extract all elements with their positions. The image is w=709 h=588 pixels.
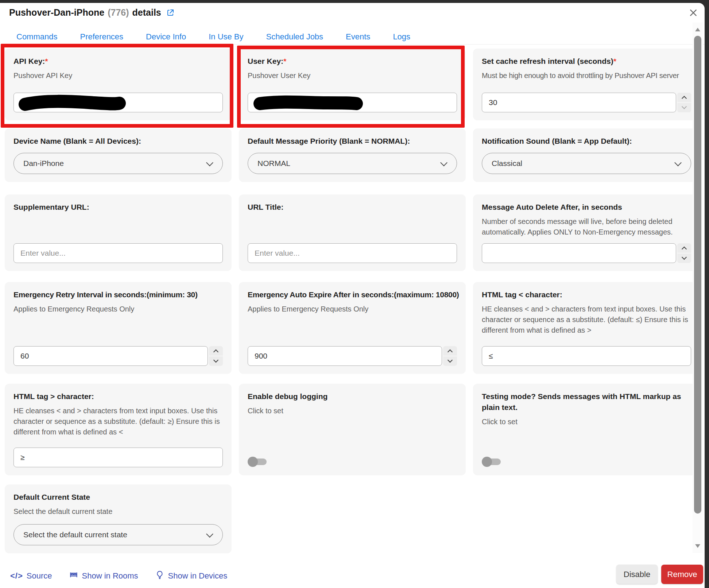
- lightbulb-icon: [155, 570, 164, 582]
- user-key-label: User Key:*: [248, 56, 457, 67]
- chevron-down-icon: [206, 530, 213, 538]
- emergency-expire-hint: Applies to Emergency Requests Only: [248, 304, 457, 314]
- html-gt-label: HTML tag > character:: [13, 391, 223, 402]
- notification-sound-select[interactable]: Classical: [482, 153, 691, 174]
- chevron-down-icon: [682, 255, 687, 260]
- close-icon[interactable]: [687, 7, 700, 19]
- chevron-down-icon: [206, 159, 213, 166]
- source-link-label: Source: [27, 571, 52, 581]
- url-title-input[interactable]: [248, 243, 457, 263]
- tab-preferences[interactable]: Preferences: [80, 32, 123, 42]
- page-title: Pushover-Dan-iPhone (776) details: [9, 7, 175, 18]
- card-default-state: Default Current State Select the default…: [5, 484, 232, 553]
- message-priority-select[interactable]: NORMAL: [248, 153, 457, 174]
- message-priority-value: NORMAL: [257, 159, 290, 168]
- scrollbar[interactable]: [693, 23, 703, 553]
- chevron-up-icon: [682, 247, 687, 252]
- chevron-up-icon: [448, 349, 453, 355]
- emergency-retry-hint: Applies to Emergency Requests Only: [13, 304, 223, 314]
- html-lt-input[interactable]: [482, 346, 691, 366]
- testing-mode-toggle[interactable]: [482, 456, 501, 467]
- html-gt-input[interactable]: [13, 448, 223, 467]
- auto-delete-hint: Number of seconds message will live, bef…: [482, 216, 691, 237]
- spinner-down-button[interactable]: [677, 103, 691, 112]
- emergency-expire-input[interactable]: [248, 346, 442, 366]
- card-cache-refresh: Set cache refresh interval (seconds)* Mu…: [473, 49, 700, 120]
- spinner-down-button[interactable]: [209, 356, 223, 366]
- cache-refresh-hint: Must be high enough to avoid throttling …: [482, 70, 691, 81]
- debug-logging-hint: Click to set: [248, 406, 457, 416]
- external-link-icon[interactable]: [166, 8, 175, 17]
- url-title-label: URL Title:: [248, 202, 457, 213]
- emergency-retry-label: Emergency Retry Interval in seconds:(min…: [13, 289, 223, 300]
- tab-logs[interactable]: Logs: [393, 32, 410, 42]
- tab-events[interactable]: Events: [346, 32, 370, 42]
- tab-in-use-by[interactable]: In Use By: [209, 32, 243, 42]
- number-spinner: [443, 346, 457, 366]
- spinner-down-button[interactable]: [443, 356, 457, 366]
- chevron-down-icon: [440, 159, 448, 166]
- disable-button[interactable]: Disable: [616, 565, 658, 584]
- required-asterisk: *: [45, 57, 48, 65]
- spinner-up-button[interactable]: [677, 93, 691, 102]
- message-priority-label: Default Message Priority (Blank = NORMAL…: [248, 136, 457, 147]
- cache-refresh-label: Set cache refresh interval (seconds)*: [482, 56, 691, 67]
- device-name-select[interactable]: Dan-iPhone: [13, 153, 223, 174]
- bed-icon: [69, 570, 78, 582]
- auto-delete-input[interactable]: [482, 243, 676, 263]
- tab-device-info[interactable]: Device Info: [146, 32, 186, 42]
- scrollbar-thumb[interactable]: [694, 36, 701, 514]
- page-background: Pushover-Dan-iPhone (776) details Comman…: [0, 0, 709, 588]
- number-spinner: [677, 243, 691, 263]
- number-spinner: [677, 93, 691, 112]
- testing-mode-label: Testing mode? Sends messages with HTML m…: [482, 391, 691, 413]
- supplementary-url-label: Supplementary URL:: [13, 202, 223, 213]
- emergency-retry-input[interactable]: [13, 346, 208, 366]
- testing-mode-hint: Click to set: [482, 417, 691, 427]
- card-message-priority: Default Message Priority (Blank = NORMAL…: [239, 128, 466, 182]
- remove-button[interactable]: Remove: [661, 565, 703, 584]
- chevron-down-icon: [213, 357, 218, 363]
- card-url-title: URL Title:: [239, 194, 466, 271]
- chevron-up-icon: [213, 349, 218, 355]
- emergency-expire-label: Emergency Auto Expire After in seconds:(…: [248, 289, 457, 300]
- card-auto-delete: Message Auto Delete After, in seconds Nu…: [473, 194, 700, 271]
- title-suffix-text: details: [132, 7, 161, 18]
- supplementary-url-input[interactable]: [13, 243, 223, 263]
- show-in-rooms-link[interactable]: Show in Rooms: [69, 570, 138, 582]
- spinner-up-button[interactable]: [443, 346, 457, 356]
- scrollbar-down-arrow[interactable]: [695, 544, 700, 548]
- chevron-down-icon: [682, 104, 687, 109]
- card-testing-mode: Testing mode? Sends messages with HTML m…: [473, 384, 700, 475]
- spinner-down-button[interactable]: [677, 254, 691, 263]
- default-state-label: Default Current State: [13, 492, 223, 503]
- default-state-select[interactable]: Select the default current state: [13, 524, 223, 545]
- default-state-value: Select the default current state: [23, 530, 127, 539]
- device-name-value: Dan-iPhone: [23, 159, 64, 168]
- tab-commands[interactable]: Commands: [16, 32, 57, 42]
- device-name-text: Pushover-Dan-iPhone: [9, 7, 104, 18]
- html-lt-hint: HE cleanses < and > characters from text…: [482, 304, 691, 336]
- card-supplementary-url: Supplementary URL:: [5, 194, 232, 271]
- card-user-key: User Key:* Pushover User Key: [239, 49, 466, 120]
- show-in-rooms-label: Show in Rooms: [82, 571, 138, 581]
- tab-bar: Commands Preferences Device Info In Use …: [0, 29, 705, 45]
- chevron-down-icon: [448, 357, 453, 363]
- debug-logging-toggle[interactable]: [248, 456, 267, 467]
- card-html-lt: HTML tag < character: HE cleanses < and …: [473, 282, 700, 374]
- scrollbar-up-arrow[interactable]: [695, 28, 700, 31]
- chevron-down-icon: [674, 159, 682, 166]
- spinner-up-button[interactable]: [677, 243, 691, 253]
- spinner-up-button[interactable]: [209, 346, 223, 356]
- tab-scheduled-jobs[interactable]: Scheduled Jobs: [266, 32, 323, 42]
- card-api-key: API Key:* Pushover API Key: [5, 49, 232, 120]
- auto-delete-label: Message Auto Delete After, in seconds: [482, 202, 691, 213]
- notification-sound-label: Notification Sound (Blank = App Default)…: [482, 136, 691, 147]
- device-details-dialog: Pushover-Dan-iPhone (776) details Comman…: [0, 3, 705, 588]
- show-in-devices-link[interactable]: Show in Devices: [155, 570, 228, 582]
- code-icon: </>: [10, 571, 23, 581]
- source-link[interactable]: </> Source: [10, 571, 52, 581]
- api-key-label: API Key:*: [13, 56, 223, 67]
- card-notification-sound: Notification Sound (Blank = App Default)…: [473, 128, 700, 182]
- cache-refresh-input[interactable]: [482, 93, 676, 112]
